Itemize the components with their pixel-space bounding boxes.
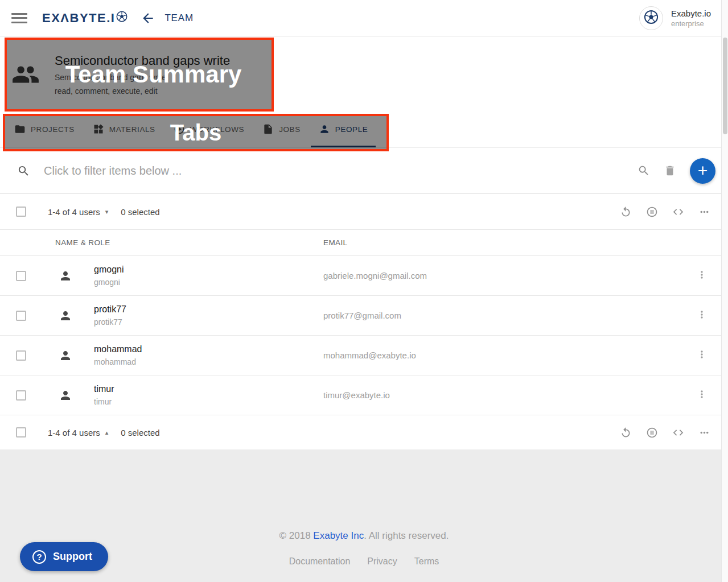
top-app-bar: EXΛBYTE.I TEAM Exabyte.io enterprise: [0, 0, 728, 36]
tab-label: PEOPLE: [335, 125, 368, 134]
account-type: enterprise: [671, 19, 711, 28]
person-icon: [59, 349, 72, 362]
more-horiz-icon[interactable]: [698, 206, 710, 218]
logo-text: EXΛBYTE.I: [42, 11, 115, 26]
tab-materials[interactable]: MATERIALS: [85, 113, 163, 147]
tab-people[interactable]: PEOPLE: [311, 113, 376, 147]
user-email: gabriele.mogni@gmail.com: [323, 271, 696, 280]
table-row[interactable]: mohammadmohammad mohammad@exabyte.io: [0, 336, 728, 375]
select-all-checkbox[interactable]: [16, 427, 26, 437]
add-user-button[interactable]: +: [690, 158, 715, 184]
chevron-up-icon: ▴: [105, 429, 109, 436]
support-label: Support: [53, 551, 92, 563]
filter-input[interactable]: [44, 164, 637, 178]
row-checkbox[interactable]: [16, 350, 26, 361]
company-link[interactable]: Exabyte Inc: [313, 530, 364, 541]
table-row[interactable]: protik77protik77 protik77@gmail.com: [0, 296, 728, 336]
account-avatar[interactable]: [639, 6, 663, 30]
footer-link-privacy[interactable]: Privacy: [367, 556, 397, 567]
user-name: mohammad: [94, 344, 323, 354]
plus-icon: +: [698, 162, 708, 179]
soccer-ball-icon: [643, 9, 659, 27]
person-icon: [59, 269, 72, 283]
list-toolbar-bottom: 1-4 of 4 users ▴ 0 selected: [0, 415, 728, 449]
filter-bar: +: [0, 148, 728, 194]
code-icon[interactable]: [672, 427, 684, 439]
row-checkbox[interactable]: [16, 311, 26, 321]
row-checkbox[interactable]: [16, 271, 26, 281]
user-role: mohammad: [94, 357, 323, 366]
person-icon: [59, 309, 72, 323]
select-all-checkbox[interactable]: [16, 207, 26, 217]
workflow-icon: [174, 123, 185, 135]
pagination-range[interactable]: 1-4 of 4 users ▴: [48, 428, 108, 437]
column-header-email[interactable]: EMAIL: [323, 238, 348, 247]
tab-bar: PROJECTS MATERIALS WORKFLOWS JOBS PEOPLE: [0, 113, 728, 148]
more-vert-icon[interactable]: [696, 349, 708, 362]
user-email: protik77@gmail.com: [323, 311, 696, 320]
refresh-icon[interactable]: [620, 206, 632, 218]
copyright-text: © 2018 Exabyte Inc. All rights reserved.: [0, 530, 728, 542]
page-footer: © 2018 Exabyte Inc. All rights reserved.…: [0, 449, 728, 582]
tab-jobs[interactable]: JOBS: [254, 113, 309, 147]
more-vert-icon[interactable]: [696, 269, 708, 283]
person-icon: [319, 123, 330, 135]
search-icon: [17, 164, 30, 178]
pagination-range[interactable]: 1-4 of 4 users ▾: [48, 207, 108, 217]
soccer-ball-icon: [115, 10, 128, 26]
user-role: gmogni: [94, 278, 323, 287]
team-subtitle: Semiconductor band gaps write: [55, 73, 230, 82]
table-row[interactable]: timurtimur timur@exabyte.io: [0, 375, 728, 415]
user-name: gmogni: [94, 265, 323, 275]
tab-label: MATERIALS: [109, 125, 155, 134]
table-header: NAME & ROLE EMAIL: [0, 230, 728, 256]
user-email: mohammad@exabyte.io: [323, 350, 696, 360]
footer-links: Documentation Privacy Terms: [0, 556, 728, 567]
help-icon: ?: [32, 550, 46, 564]
back-arrow-icon[interactable]: [141, 11, 155, 26]
more-horiz-icon[interactable]: [698, 427, 710, 439]
pause-icon[interactable]: [646, 427, 658, 439]
pause-icon[interactable]: [646, 206, 658, 218]
list-toolbar-top: 1-4 of 4 users ▾ 0 selected: [0, 194, 728, 230]
tab-projects[interactable]: PROJECTS: [6, 113, 83, 147]
team-permissions: read, comment, execute, edit: [55, 86, 230, 96]
search-filter-icon[interactable]: [637, 164, 650, 177]
tab-label: PROJECTS: [31, 125, 75, 134]
tab-label: JOBS: [279, 125, 301, 134]
account-name: Exabyte.io: [671, 9, 711, 18]
user-role: timur: [94, 397, 323, 406]
file-icon: [262, 123, 274, 135]
more-vert-icon[interactable]: [696, 389, 708, 402]
selected-count: 0 selected: [121, 428, 159, 437]
scrollbar[interactable]: [721, 0, 728, 582]
person-icon: [59, 389, 72, 402]
team-title: Semiconductor band gaps write: [55, 53, 230, 68]
tab-workflows[interactable]: WORKFLOWS: [166, 113, 252, 147]
footer-link-terms[interactable]: Terms: [414, 556, 439, 567]
team-summary: Semiconductor band gaps write Semiconduc…: [0, 36, 728, 113]
table-row[interactable]: gmognigmogni gabriele.mogni@gmail.com: [0, 256, 728, 296]
folder-icon: [14, 123, 26, 135]
footer-link-documentation[interactable]: Documentation: [289, 556, 351, 567]
tab-label: WORKFLOWS: [190, 125, 244, 134]
chevron-down-icon: ▾: [105, 208, 109, 216]
user-role: protik77: [94, 317, 323, 327]
refresh-icon[interactable]: [620, 427, 632, 439]
account-area[interactable]: Exabyte.io enterprise: [639, 6, 719, 30]
trash-icon[interactable]: [664, 164, 676, 177]
user-name: protik77: [94, 304, 323, 315]
user-email: timur@exabyte.io: [323, 390, 696, 400]
exabyte-logo[interactable]: EXΛBYTE.I: [42, 10, 128, 26]
more-vert-icon[interactable]: [696, 309, 708, 323]
team-page: EXΛBYTE.I TEAM Exabyte.io enterprise Sem…: [0, 0, 728, 582]
scrollbar-thumb[interactable]: [723, 38, 727, 134]
menu-icon[interactable]: [11, 13, 27, 23]
row-checkbox[interactable]: [16, 390, 26, 401]
column-header-name-role[interactable]: NAME & ROLE: [55, 238, 323, 247]
code-icon[interactable]: [672, 206, 684, 218]
selected-count: 0 selected: [121, 207, 159, 217]
support-button[interactable]: ? Support: [20, 542, 108, 571]
page-title: TEAM: [164, 13, 193, 24]
widgets-icon: [93, 123, 104, 135]
